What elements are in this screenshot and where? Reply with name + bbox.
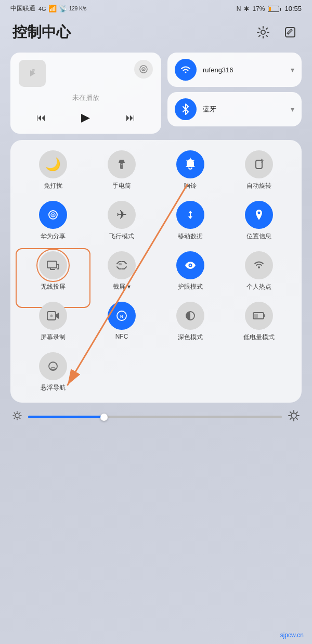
bluetooth-label: 蓝牙 <box>203 105 284 114</box>
wifi-icon-circle <box>175 59 197 81</box>
toggle-nfc[interactable]: N NFC <box>87 302 156 342</box>
toggle-screenshot[interactable]: 截屏 ▾ <box>87 251 156 291</box>
battery-graphic <box>268 6 279 12</box>
low-power-icon-circle <box>245 302 273 330</box>
settings-button[interactable] <box>254 23 272 42</box>
svg-point-4 <box>143 69 144 70</box>
toggle-dnd[interactable]: 🌙 免打扰 <box>19 150 87 190</box>
dark-mode-label: 深色模式 <box>178 333 203 342</box>
battery-percent: 17% <box>252 5 265 12</box>
music-top <box>19 60 153 87</box>
bluetooth-chevron-icon: ▾ <box>291 105 294 113</box>
toggle-wireless-cast[interactable]: 无线投屏 <box>19 251 87 291</box>
ringtone-icon-circle <box>176 150 204 178</box>
brightness-track[interactable] <box>28 416 282 418</box>
prev-button[interactable]: ⏮ <box>32 110 50 125</box>
bluetooth-card[interactable]: 蓝牙 ▾ <box>167 92 302 126</box>
brightness-bar <box>10 410 302 424</box>
next-button[interactable]: ⏭ <box>122 110 139 125</box>
wireless-cast-label: 无线投屏 <box>41 282 66 291</box>
nfc-label: NFC <box>115 333 128 340</box>
toggle-hotspot[interactable]: 个人热点 <box>225 251 293 291</box>
huawei-share-icon-circle <box>39 201 67 229</box>
toggle-location[interactable]: 位置信息 <box>225 201 293 241</box>
brightness-high-icon <box>288 410 300 424</box>
toggles-panel: 🌙 免打扰 手电筒 <box>10 140 302 403</box>
dnd-icon-circle: 🌙 <box>39 150 67 178</box>
carrier-text: 中国联通 <box>10 4 35 13</box>
flashlight-label: 手电筒 <box>112 182 131 190</box>
toggle-eye-care[interactable]: 护眼模式 <box>156 251 225 291</box>
play-button[interactable]: ▶ <box>77 109 94 126</box>
toggle-screen-record[interactable]: 屏幕录制 <box>19 302 87 342</box>
nfc-icon: N <box>237 5 241 12</box>
toggle-low-power[interactable]: 低电量模式 <box>225 302 293 342</box>
svg-rect-25 <box>254 314 258 318</box>
eye-care-icon-circle <box>176 251 204 279</box>
music-album-art <box>19 60 46 87</box>
toggle-huawei-share[interactable]: 华为分享 <box>19 201 87 241</box>
toggles-grid: 🌙 免打扰 手电筒 <box>19 150 293 392</box>
brightness-fill <box>28 416 104 418</box>
svg-rect-8 <box>256 160 262 169</box>
nfc-icon-circle: N <box>108 302 136 330</box>
toggle-dark-mode[interactable]: 深色模式 <box>156 302 225 342</box>
svg-rect-6 <box>120 163 123 169</box>
dnd-label: 免打扰 <box>44 182 62 190</box>
mobile-data-label: 移动数据 <box>178 232 203 241</box>
bluetooth-icon-circle <box>175 98 197 120</box>
edit-button[interactable] <box>281 23 300 42</box>
svg-point-16 <box>190 265 191 266</box>
svg-point-19 <box>50 315 53 317</box>
wifi-card[interactable]: rufeng316 ▾ <box>167 53 302 87</box>
header: 控制中心 <box>10 22 302 42</box>
svg-rect-14 <box>119 263 122 265</box>
main-content: 控制中心 <box>0 17 312 429</box>
brightness-thumb[interactable] <box>100 414 108 421</box>
svg-point-0 <box>261 30 265 34</box>
float-nav-label: 悬浮导航 <box>41 383 66 392</box>
toggle-flashlight[interactable]: 手电筒 <box>87 150 156 190</box>
wifi-chevron-icon: ▾ <box>291 66 294 74</box>
music-wave-icon[interactable] <box>134 60 153 79</box>
mobile-data-icon-circle <box>176 201 204 229</box>
brightness-low-icon <box>12 411 22 423</box>
ringtone-label: 响铃 <box>184 182 197 190</box>
location-icon-circle <box>245 201 273 229</box>
toggle-mobile-data[interactable]: 移动数据 <box>156 201 225 241</box>
wifi-info: rufeng316 <box>203 66 284 74</box>
svg-text:N: N <box>120 314 123 319</box>
hotspot-label: 个人热点 <box>246 282 271 291</box>
huawei-share-label: 华为分享 <box>41 232 66 241</box>
time-display: 10:55 <box>284 5 302 12</box>
svg-point-12 <box>258 212 261 214</box>
svg-point-28 <box>15 414 19 418</box>
airplane-label: 飞行模式 <box>109 232 134 241</box>
eye-care-label: 护眼模式 <box>178 282 203 291</box>
bluetooth-icon: ✱ <box>244 5 249 12</box>
top-cards-row: 未在播放 ⏮ ▶ ⏭ rufeng316 ▾ <box>10 53 302 134</box>
toggle-float-nav[interactable]: 悬浮导航 <box>19 352 87 392</box>
toggle-rotation[interactable]: 自动旋转 <box>225 150 293 190</box>
wifi-name: rufeng316 <box>203 66 284 74</box>
hotspot-icon-circle <box>245 251 273 279</box>
screenshot-label: 截屏 ▾ <box>113 282 130 291</box>
toggle-airplane[interactable]: ✈ 飞行模式 <box>87 201 156 241</box>
float-nav-icon-circle <box>39 352 67 380</box>
screen-record-icon-circle <box>39 302 67 330</box>
bluetooth-info: 蓝牙 <box>203 105 284 114</box>
signal-bars: 📶 <box>48 5 57 12</box>
svg-rect-24 <box>264 314 265 317</box>
rotation-label: 自动旋转 <box>246 182 271 190</box>
svg-point-29 <box>291 413 296 418</box>
watermark: sjpcw.cn <box>280 632 304 639</box>
rotation-icon-circle <box>245 150 273 178</box>
dark-mode-icon-circle <box>176 302 204 330</box>
music-status: 未在播放 <box>19 93 153 102</box>
network-type: 4G <box>38 6 46 12</box>
svg-rect-13 <box>47 261 57 268</box>
svg-point-17 <box>258 266 260 268</box>
toggle-ringtone[interactable]: 响铃 <box>156 150 225 190</box>
wireless-cast-icon-circle <box>39 251 67 279</box>
page-title: 控制中心 <box>12 22 71 42</box>
